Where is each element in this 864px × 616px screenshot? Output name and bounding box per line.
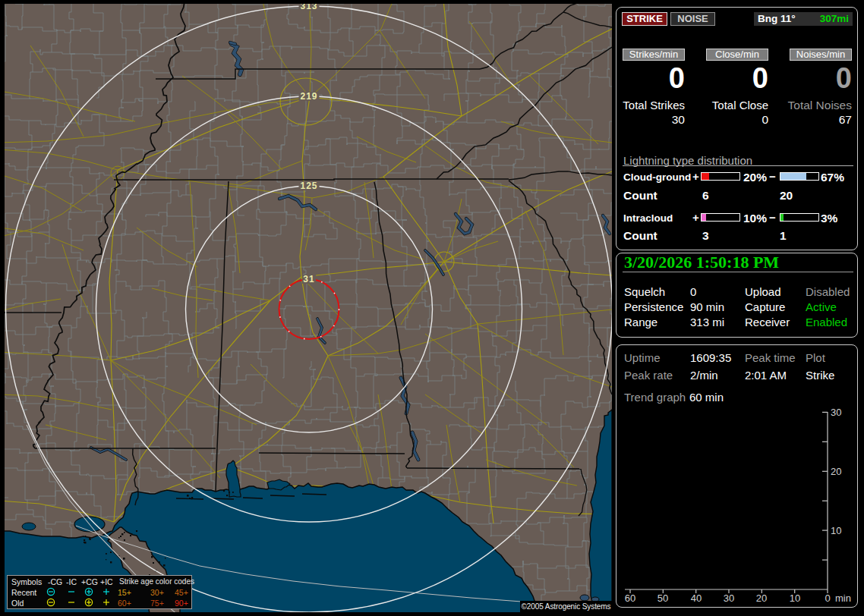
svg-text:30: 30 <box>831 407 841 418</box>
svg-text:50: 50 <box>657 592 668 604</box>
svg-text:min: min <box>835 592 851 604</box>
svg-text:40: 40 <box>691 592 702 604</box>
svg-text:10: 10 <box>790 592 800 604</box>
svg-text:20: 20 <box>756 592 767 604</box>
svg-text:0: 0 <box>825 592 830 604</box>
svg-text:60: 60 <box>625 592 635 604</box>
svg-text:10: 10 <box>831 525 841 536</box>
svg-text:30: 30 <box>724 592 734 604</box>
svg-text:20: 20 <box>831 466 841 477</box>
